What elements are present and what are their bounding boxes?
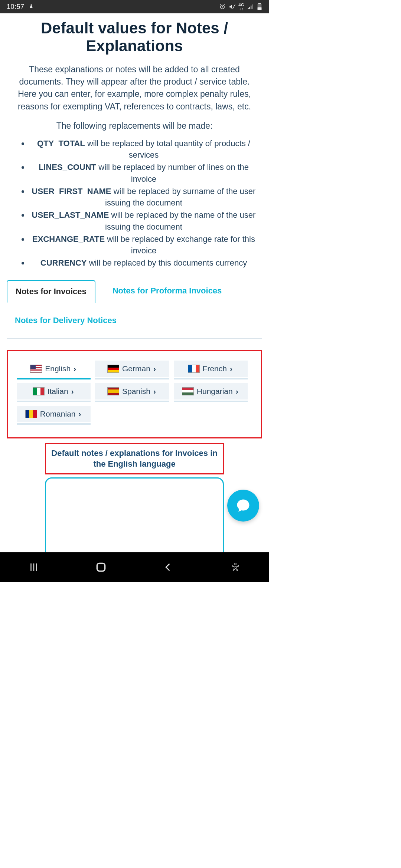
chevron-right-icon: › xyxy=(230,364,232,373)
chevron-right-icon: › xyxy=(236,387,238,396)
battery-icon xyxy=(257,3,262,10)
lang-col-french: French › xyxy=(174,361,248,379)
lang-col-spanish: Spanish › xyxy=(95,383,169,402)
status-bar: 10:57 4G ↓↑ xyxy=(0,0,269,13)
lang-underline xyxy=(17,401,91,402)
nav-recent-button[interactable] xyxy=(23,556,45,578)
svg-line-1 xyxy=(233,4,235,9)
lang-underline xyxy=(174,401,248,402)
flag-us-icon xyxy=(30,365,42,373)
lang-col-hungarian: Hungarian › xyxy=(174,383,248,402)
lang-label: Hungarian xyxy=(197,387,233,396)
tab-notes-delivery[interactable]: Notes for Delivery Notices xyxy=(7,310,125,331)
lang-german-button[interactable]: German › xyxy=(95,361,169,377)
lang-underline xyxy=(95,378,169,379)
chevron-right-icon: › xyxy=(153,364,156,373)
lang-english-button[interactable]: English › xyxy=(17,361,91,377)
svg-rect-8 xyxy=(258,7,262,10)
lang-label: Spanish xyxy=(122,387,150,396)
lang-romanian-button[interactable]: Romanian › xyxy=(17,406,91,422)
svg-rect-3 xyxy=(249,7,250,9)
section-heading: Default notes / explanations for Invoice… xyxy=(45,443,224,474)
replacements-intro: The following replacements will be made: xyxy=(7,121,262,131)
lang-label: Romanian xyxy=(40,410,76,418)
lang-italian-button[interactable]: Italian › xyxy=(17,383,91,400)
svg-rect-2 xyxy=(248,8,249,9)
replacements-list: QTY_TOTAL will be replaced by total quan… xyxy=(7,138,262,269)
replacement-item: CURRENCY will be replaced by this docume… xyxy=(29,257,258,269)
flag-de-icon xyxy=(107,365,119,373)
language-selector-box: English › German › French › xyxy=(7,350,262,438)
chat-fab-button[interactable] xyxy=(227,490,259,522)
replacement-item: USER_LAST_NAME will be replaced by the n… xyxy=(29,209,258,232)
chevron-right-icon: › xyxy=(74,364,76,373)
svg-rect-5 xyxy=(252,4,253,9)
lang-label: French xyxy=(203,364,227,373)
android-nav-bar xyxy=(0,552,269,582)
status-left: 10:57 xyxy=(7,3,34,11)
flag-ro-icon xyxy=(25,410,37,418)
replacement-item: EXCHANGE_RATE will be replaced by exchan… xyxy=(29,233,258,256)
lang-underline xyxy=(17,423,91,425)
lang-underline xyxy=(174,378,248,379)
chevron-right-icon: › xyxy=(79,410,81,418)
replacement-item: USER_FIRST_NAME will be replaced by surn… xyxy=(29,185,258,208)
lang-underline xyxy=(17,378,91,379)
alarm-icon xyxy=(219,3,226,10)
lang-col-italian: Italian › xyxy=(17,383,91,402)
status-time: 10:57 xyxy=(7,3,25,11)
lang-col-english: English › xyxy=(17,361,91,379)
lang-label: English xyxy=(45,364,71,373)
flag-hu-icon xyxy=(182,387,194,395)
status-right: 4G ↓↑ xyxy=(219,3,262,10)
nav-back-button[interactable] xyxy=(157,556,179,578)
replacement-item: QTY_TOTAL will be replaced by total quan… xyxy=(29,138,258,161)
nav-home-button[interactable] xyxy=(90,556,112,578)
page-title: Default values for Notes / Explanations xyxy=(7,19,262,55)
network-arrows: ↓↑ xyxy=(239,7,244,10)
lang-french-button[interactable]: French › xyxy=(174,361,248,377)
page-content: Default values for Notes / Explanations … xyxy=(0,13,269,582)
replacement-item: LINES_COUNT will be replaced by number o… xyxy=(29,161,258,184)
mute-icon xyxy=(229,3,235,10)
language-grid: English › German › French › xyxy=(17,361,252,425)
lang-underline xyxy=(95,401,169,402)
lang-label: German xyxy=(122,364,150,373)
tab-notes-proforma[interactable]: Notes for Proforma Invoices xyxy=(104,280,230,303)
flag-es-icon xyxy=(107,387,119,395)
chevron-right-icon: › xyxy=(71,387,74,396)
svg-rect-12 xyxy=(97,563,105,571)
tab-notes-invoices[interactable]: Notes for Invoices xyxy=(7,280,95,303)
svg-rect-4 xyxy=(251,6,251,9)
lang-spanish-button[interactable]: Spanish › xyxy=(95,383,169,400)
lang-col-romanian: Romanian › xyxy=(17,406,91,425)
flag-it-icon xyxy=(33,387,45,395)
lang-col-german: German › xyxy=(95,361,169,379)
lang-hungarian-button[interactable]: Hungarian › xyxy=(174,383,248,400)
signal-icon xyxy=(247,3,254,10)
intro-text: These explanations or notes will be adde… xyxy=(7,63,262,113)
nav-accessibility-button[interactable] xyxy=(224,556,247,578)
svg-rect-6 xyxy=(258,3,261,4)
lang-label: Italian xyxy=(48,387,68,396)
tabs: Notes for Invoices Notes for Proforma In… xyxy=(7,280,262,339)
chat-icon xyxy=(235,497,251,514)
chevron-right-icon: › xyxy=(153,387,156,396)
flag-fr-icon xyxy=(188,365,200,373)
prayer-icon xyxy=(28,4,34,10)
svg-point-13 xyxy=(234,563,236,565)
